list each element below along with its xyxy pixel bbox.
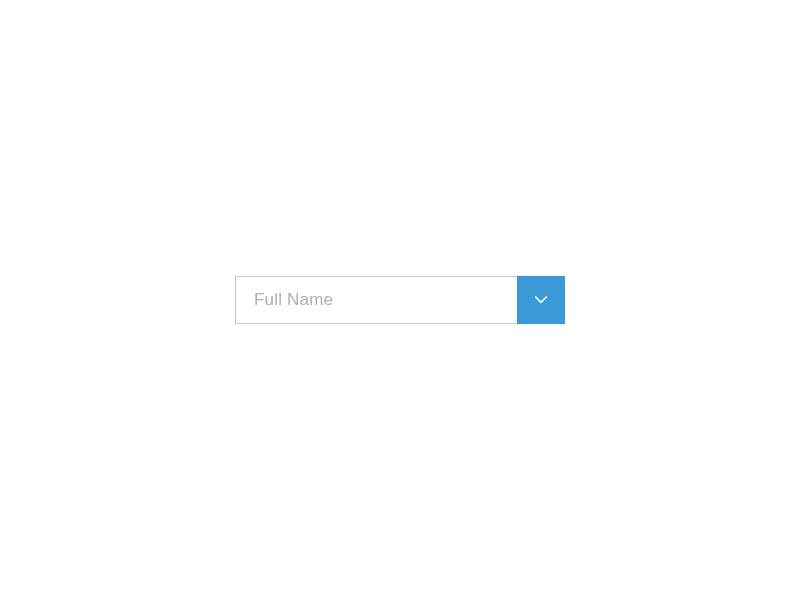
full-name-dropdown[interactable] bbox=[235, 276, 565, 324]
chevron-down-icon bbox=[531, 289, 551, 312]
full-name-input[interactable] bbox=[235, 276, 517, 324]
dropdown-toggle-button[interactable] bbox=[517, 276, 565, 324]
